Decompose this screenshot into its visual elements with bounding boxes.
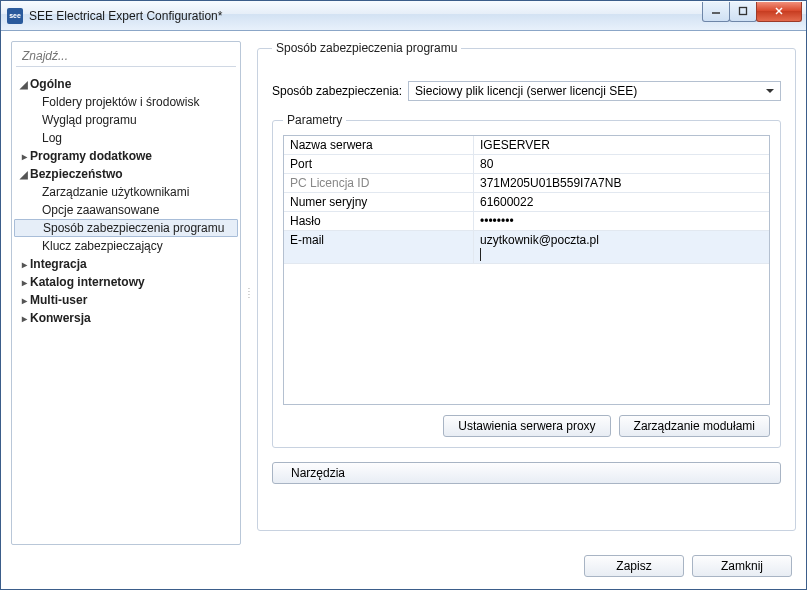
params-group: Parametry Nazwa serwera IGESERVER Port 8… bbox=[272, 113, 781, 448]
save-button[interactable]: Zapisz bbox=[584, 555, 684, 577]
footer: Zapisz Zamknij bbox=[1, 545, 806, 589]
param-row-port[interactable]: Port 80 bbox=[284, 155, 769, 174]
maximize-button[interactable] bbox=[729, 2, 757, 22]
collapse-icon[interactable]: ▸ bbox=[18, 313, 30, 324]
params-title: Parametry bbox=[283, 113, 346, 127]
param-key: Nazwa serwera bbox=[284, 136, 474, 154]
search-input[interactable] bbox=[16, 46, 236, 67]
param-row-licid[interactable]: PC Licencja ID 371M205U01B559I7A7NB bbox=[284, 174, 769, 193]
app-window: see SEE Electrical Expert Configuration*… bbox=[0, 0, 807, 590]
tree-item-dongle[interactable]: Klucz zabezpieczający bbox=[14, 237, 238, 255]
collapse-icon[interactable]: ▸ bbox=[18, 277, 30, 288]
minimize-button[interactable] bbox=[702, 2, 730, 22]
param-value[interactable]: 80 bbox=[474, 155, 769, 173]
tools-button[interactable]: Narzędzia bbox=[272, 462, 781, 484]
sidebar: ◢Ogólne Foldery projektów i środowisk Wy… bbox=[11, 41, 241, 545]
tree-item-folders[interactable]: Foldery projektów i środowisk bbox=[14, 93, 238, 111]
tree-label: Integracja bbox=[30, 257, 87, 271]
param-row-server[interactable]: Nazwa serwera IGESERVER bbox=[284, 136, 769, 155]
collapse-icon[interactable]: ▸ bbox=[18, 151, 30, 162]
method-row: Sposób zabezpieczenia: Sieciowy plik lic… bbox=[272, 81, 781, 101]
tree-label: Bezpieczeństwo bbox=[30, 167, 123, 181]
email-input[interactable] bbox=[480, 233, 763, 247]
param-key: PC Licencja ID bbox=[284, 174, 474, 192]
tree-label: Multi-user bbox=[30, 293, 87, 307]
param-key: Numer seryjny bbox=[284, 193, 474, 211]
tree-node-conversion[interactable]: ▸Konwersja bbox=[14, 309, 238, 327]
manage-modules-button[interactable]: Zarządzanie modułami bbox=[619, 415, 770, 437]
app-icon: see bbox=[7, 8, 23, 24]
params-buttons: Ustawienia serwera proxy Zarządzanie mod… bbox=[283, 415, 770, 437]
tools-row: Narzędzia bbox=[272, 462, 781, 484]
close-window-button[interactable]: Zamknij bbox=[692, 555, 792, 577]
svg-rect-1 bbox=[740, 8, 747, 15]
tree-item-appearance[interactable]: Wygląd programu bbox=[14, 111, 238, 129]
tree-item-advanced[interactable]: Opcje zaawansowane bbox=[14, 201, 238, 219]
param-row-serial[interactable]: Numer seryjny 61600022 bbox=[284, 193, 769, 212]
param-value[interactable]: •••••••• bbox=[474, 212, 769, 230]
group-title: Sposób zabezpieczenia programu bbox=[272, 41, 461, 55]
tree-node-extra-programs[interactable]: ▸Programy dodatkowe bbox=[14, 147, 238, 165]
content-area: ◢Ogólne Foldery projektów i środowisk Wy… bbox=[1, 31, 806, 545]
tree-node-general[interactable]: ◢Ogólne bbox=[14, 75, 238, 93]
tree-label: Konwersja bbox=[30, 311, 91, 325]
expand-icon[interactable]: ◢ bbox=[18, 169, 30, 180]
method-value: Sieciowy plik licencji (serwer licencji … bbox=[415, 84, 637, 98]
method-label: Sposób zabezpieczenia: bbox=[272, 84, 402, 98]
tree-item-log[interactable]: Log bbox=[14, 129, 238, 147]
param-value[interactable]: IGESERVER bbox=[474, 136, 769, 154]
window-title: SEE Electrical Expert Configuration* bbox=[29, 9, 703, 23]
protection-group: Sposób zabezpieczenia programu Sposób za… bbox=[257, 41, 796, 531]
tree-label: Ogólne bbox=[30, 77, 71, 91]
nav-tree: ◢Ogólne Foldery projektów i środowisk Wy… bbox=[12, 71, 240, 540]
text-caret-icon bbox=[480, 248, 481, 261]
params-table: Nazwa serwera IGESERVER Port 80 PC Licen… bbox=[283, 135, 770, 405]
titlebar: see SEE Electrical Expert Configuration* bbox=[1, 1, 806, 31]
tree-item-user-mgmt[interactable]: Zarządzanie użytkownikami bbox=[14, 183, 238, 201]
grip-icon: ∙∙∙∙ bbox=[248, 287, 250, 299]
param-row-email[interactable]: E-mail bbox=[284, 231, 769, 264]
tree-node-catalog[interactable]: ▸Katalog internetowy bbox=[14, 273, 238, 291]
param-row-password[interactable]: Hasło •••••••• bbox=[284, 212, 769, 231]
collapse-icon[interactable]: ▸ bbox=[18, 295, 30, 306]
window-controls bbox=[703, 2, 802, 22]
param-value-editing[interactable] bbox=[474, 231, 769, 263]
tree-label: Katalog internetowy bbox=[30, 275, 145, 289]
param-value[interactable]: 61600022 bbox=[474, 193, 769, 211]
param-key: Hasło bbox=[284, 212, 474, 230]
collapse-icon[interactable]: ▸ bbox=[18, 259, 30, 270]
tree-label: Programy dodatkowe bbox=[30, 149, 152, 163]
main-panel: Sposób zabezpieczenia programu Sposób za… bbox=[257, 41, 796, 545]
tree-node-multiuser[interactable]: ▸Multi-user bbox=[14, 291, 238, 309]
expand-icon[interactable]: ◢ bbox=[18, 79, 30, 90]
tree-node-security[interactable]: ◢Bezpieczeństwo bbox=[14, 165, 238, 183]
tree-node-integration[interactable]: ▸Integracja bbox=[14, 255, 238, 273]
method-combo[interactable]: Sieciowy plik licencji (serwer licencji … bbox=[408, 81, 781, 101]
proxy-settings-button[interactable]: Ustawienia serwera proxy bbox=[443, 415, 610, 437]
close-button[interactable] bbox=[756, 2, 802, 22]
splitter[interactable]: ∙∙∙∙ bbox=[247, 41, 251, 545]
param-key: E-mail bbox=[284, 231, 474, 263]
tree-item-protection-method[interactable]: Sposób zabezpieczenia programu bbox=[14, 219, 238, 237]
param-key: Port bbox=[284, 155, 474, 173]
param-value[interactable]: 371M205U01B559I7A7NB bbox=[474, 174, 769, 192]
